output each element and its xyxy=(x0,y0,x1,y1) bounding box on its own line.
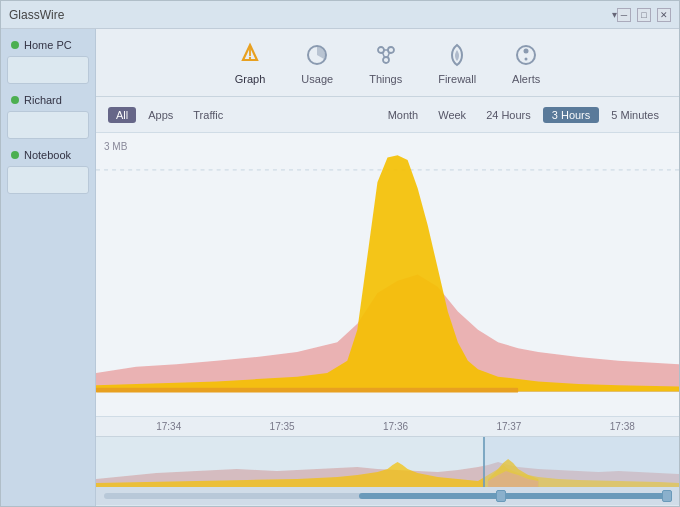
nav-label-firewall: Firewall xyxy=(438,73,476,85)
sidebar-graph-richard xyxy=(7,111,89,139)
close-button[interactable]: ✕ xyxy=(657,8,671,22)
time-tick-2: 17:36 xyxy=(339,421,452,432)
time-24h-button[interactable]: 24 Hours xyxy=(478,107,539,123)
svg-rect-17 xyxy=(483,437,679,487)
nav-item-firewall[interactable]: Firewall xyxy=(424,35,490,91)
maximize-button[interactable]: □ xyxy=(637,8,651,22)
graph-svg xyxy=(96,133,679,416)
nav-label-graph: Graph xyxy=(235,73,266,85)
mini-graph xyxy=(96,436,679,506)
sidebar: Home PC Richard Notebook xyxy=(1,29,96,506)
status-dot-richard xyxy=(11,96,19,104)
main-layout: Home PC Richard Notebook xyxy=(1,29,679,506)
filter-bar: All Apps Traffic Month Week 24 Hours 3 H… xyxy=(96,97,679,133)
minimize-button[interactable]: ─ xyxy=(617,8,631,22)
svg-rect-18 xyxy=(483,437,485,487)
svg-point-5 xyxy=(388,47,394,53)
nav-label-alerts: Alerts xyxy=(512,73,540,85)
sidebar-label-richard: Richard xyxy=(7,92,89,108)
filter-apps-button[interactable]: Apps xyxy=(140,107,181,123)
nav-item-graph[interactable]: Graph xyxy=(221,35,280,91)
time-week-button[interactable]: Week xyxy=(430,107,474,123)
sidebar-item-notebook[interactable]: Notebook xyxy=(7,147,89,194)
sidebar-graph-notebook xyxy=(7,166,89,194)
time-3h-button[interactable]: 3 Hours xyxy=(543,107,600,123)
time-5m-button[interactable]: 5 Minutes xyxy=(603,107,667,123)
svg-line-8 xyxy=(382,52,384,57)
nav-label-things: Things xyxy=(369,73,402,85)
content-area: Graph Usage xyxy=(96,29,679,506)
usage-icon xyxy=(303,41,331,69)
time-tick-0: 17:34 xyxy=(112,421,225,432)
scroll-track[interactable] xyxy=(104,493,671,499)
things-icon xyxy=(372,41,400,69)
time-axis: 17:34 17:35 17:36 17:37 17:38 xyxy=(96,416,679,436)
window-controls: ─ □ ✕ xyxy=(617,8,671,22)
alerts-icon xyxy=(512,41,540,69)
mini-graph-svg xyxy=(96,437,679,487)
time-month-button[interactable]: Month xyxy=(380,107,427,123)
svg-point-6 xyxy=(383,57,389,63)
scroll-thumb[interactable] xyxy=(359,493,671,499)
sidebar-item-homepc[interactable]: Home PC xyxy=(7,37,89,84)
sidebar-label-homepc: Home PC xyxy=(7,37,89,53)
svg-point-4 xyxy=(378,47,384,53)
title-bar: GlassWire ▾ ─ □ ✕ xyxy=(1,1,679,29)
nav-item-alerts[interactable]: Alerts xyxy=(498,35,554,91)
time-tick-3: 17:37 xyxy=(452,421,565,432)
graph-icon xyxy=(236,41,264,69)
sidebar-item-richard[interactable]: Richard xyxy=(7,92,89,139)
time-tick-4: 17:38 xyxy=(566,421,679,432)
nav-item-usage[interactable]: Usage xyxy=(287,35,347,91)
sidebar-label-notebook: Notebook xyxy=(7,147,89,163)
nav-item-things[interactable]: Things xyxy=(355,35,416,91)
firewall-icon xyxy=(443,41,471,69)
sidebar-graph-homepc xyxy=(7,56,89,84)
app-title: GlassWire xyxy=(9,8,612,22)
svg-line-9 xyxy=(387,52,389,57)
nav-label-usage: Usage xyxy=(301,73,333,85)
status-dot-notebook xyxy=(11,151,19,159)
y-axis-label: 3 MB xyxy=(104,141,127,152)
nav-bar: Graph Usage xyxy=(96,29,679,97)
filter-traffic-button[interactable]: Traffic xyxy=(185,107,231,123)
svg-rect-15 xyxy=(96,388,518,393)
filter-all-button[interactable]: All xyxy=(108,107,136,123)
scroll-handle-right[interactable] xyxy=(662,490,672,502)
scroll-handle-left[interactable] xyxy=(496,490,506,502)
status-dot-homepc xyxy=(11,41,19,49)
graph-area: 3 MB xyxy=(96,133,679,416)
svg-point-12 xyxy=(525,57,528,60)
scroll-area xyxy=(96,487,679,505)
svg-point-11 xyxy=(524,48,529,53)
time-tick-1: 17:35 xyxy=(225,421,338,432)
svg-point-2 xyxy=(249,56,251,58)
app-window: GlassWire ▾ ─ □ ✕ Home PC Richard xyxy=(0,0,680,507)
